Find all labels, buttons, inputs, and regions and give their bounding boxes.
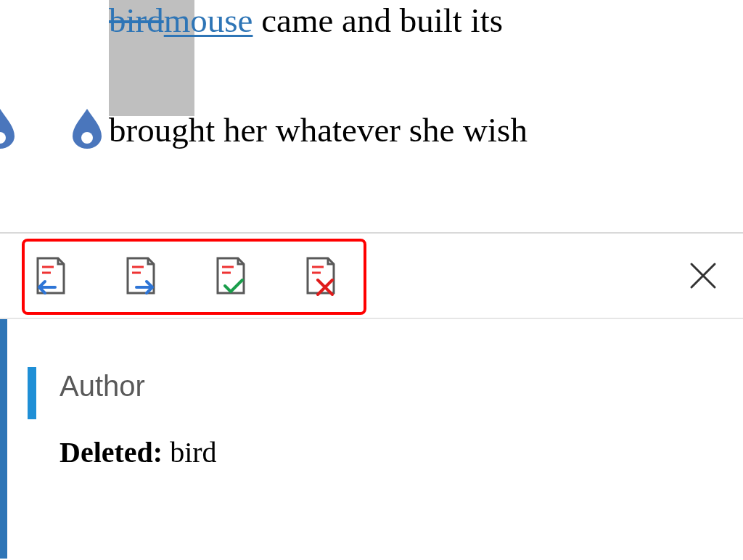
close-button[interactable] [685, 258, 721, 294]
change-type-label: Deleted: [59, 436, 163, 469]
document-line-2[interactable]: brought her whatever she wish [109, 110, 743, 150]
line1-remainder[interactable]: came and built its [253, 1, 503, 39]
change-value: bird [163, 436, 216, 469]
change-description: Deleted: bird [59, 435, 743, 469]
document-content[interactable]: birdmouse came and built its brought her… [0, 0, 743, 151]
selection-handle-left[interactable] [0, 109, 15, 149]
accept-change-button[interactable] [209, 254, 253, 297]
reject-change-button[interactable] [299, 254, 342, 297]
next-change-button[interactable] [119, 254, 163, 297]
change-author: Author [59, 370, 743, 403]
document-line-1[interactable]: birdmouse came and built its [109, 0, 743, 41]
previous-change-button[interactable] [29, 254, 73, 297]
deleted-text[interactable]: bird [109, 1, 164, 39]
change-detail-pane: Author Deleted: bird [0, 319, 743, 559]
inserted-text[interactable]: mouse [164, 1, 253, 39]
svg-point-1 [81, 132, 93, 144]
review-toolbar [0, 232, 743, 319]
selection-handle-right[interactable] [73, 109, 102, 149]
change-indicator-bar [28, 367, 36, 419]
